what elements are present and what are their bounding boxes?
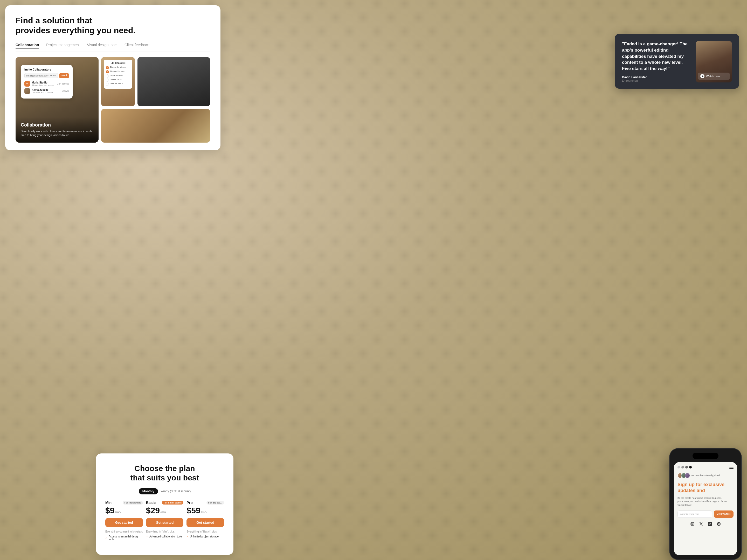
checklist-item-4: Choose colors, f... — [106, 78, 130, 82]
send-button[interactable]: Send — [59, 73, 69, 78]
testimonial-card: "Faded is a game-changer! The app's powe… — [615, 34, 739, 89]
check-empty-5 — [106, 83, 109, 86]
checklist-text-2: Measure the spa... — [110, 70, 125, 72]
checklist-item-3: Create sketches — [106, 74, 130, 78]
user-name-alena: Alena Justice — [32, 88, 53, 91]
checklist-text-5: Draw the final m... — [110, 82, 125, 85]
pricing-title: Choose the plan that suits you best — [105, 464, 224, 482]
email-placeholder: email@example.com — [26, 74, 48, 77]
twitter-icon[interactable] — [698, 522, 704, 527]
plan-divider-mini: Everything you need to kickstart: — [105, 530, 143, 533]
member-avatars — [677, 473, 688, 478]
checklist-image: I.D. Checklist Discuss the client... Mea… — [101, 57, 135, 106]
billing-monthly[interactable]: Monthly — [139, 488, 158, 495]
check-empty-3 — [106, 74, 109, 78]
mobile-input-row: name@email.com Join waitlist — [677, 510, 733, 518]
checklist-item-1: Discuss the client... — [106, 66, 130, 69]
plans-row: Mini For Individuals $9 /mo Get started … — [105, 501, 224, 542]
linkedin-icon[interactable] — [707, 522, 713, 527]
testimonial-quote: "Faded is a game-changer! The app's powe… — [622, 41, 691, 72]
watch-label: Watch now — [706, 75, 720, 78]
plan-badge-pro: For Big tea... — [206, 501, 224, 505]
secondary-images: I.D. Checklist Discuss the client... Mea… — [101, 57, 210, 142]
checklist-item-2: Measure the spa... — [106, 70, 130, 73]
ham-line-3 — [729, 468, 733, 469]
hamburger-icon[interactable] — [729, 465, 733, 469]
testimonial-image: Watch now — [696, 41, 732, 82]
user-morix: M Morix Studio All members can access Ca… — [24, 81, 69, 87]
mobile-body: Be the first to hear about product launc… — [677, 497, 733, 507]
checklist-card: I.D. Checklist Discuss the client... Mea… — [104, 60, 132, 89]
plan-feature-pro-1: ✓ Unlimited project storage — [186, 535, 224, 538]
tab-visual-design[interactable]: Visual design tools — [87, 43, 117, 49]
headline-highlight: d — [702, 488, 705, 493]
headline-line2: updates an — [677, 488, 702, 493]
plan-feature-basic-1: ✓ Advanced collaboration tools — [146, 535, 184, 538]
instagram-icon[interactable] — [690, 522, 695, 527]
member-avatar-3 — [685, 473, 690, 478]
tab-collaboration[interactable]: Collaboration — [16, 43, 39, 49]
dot-2 — [681, 466, 684, 469]
plan-price-basic: $29 /mo — [146, 506, 184, 515]
invite-input-row: email@example.com Can edit Send — [24, 73, 69, 78]
email-input[interactable]: name@email.com — [677, 510, 712, 518]
plan-cta-basic[interactable]: Get started — [146, 518, 184, 527]
checklist-text-1: Discuss the client... — [110, 66, 126, 68]
plan-cta-pro[interactable]: Get started — [186, 518, 224, 527]
plan-divider-basic: Everything in "Mini", plus: — [146, 530, 184, 533]
top-images-row: I.D. Checklist Discuss the client... Mea… — [101, 57, 210, 106]
checklist-title: I.D. Checklist — [106, 62, 130, 64]
watch-now-button[interactable]: Watch now — [698, 73, 730, 80]
plan-name-mini: Mini — [105, 501, 112, 505]
check-icon-2 — [106, 70, 109, 73]
user-avatar-morix: M — [24, 81, 30, 87]
pricing-title-line1: Choose the plan — [134, 464, 195, 473]
svg-rect-0 — [691, 523, 694, 526]
plan-mini: Mini For Individuals $9 /mo Get started … — [105, 501, 143, 542]
permission-badge: Can edit — [49, 74, 56, 77]
members-count: 2k+ members already joined — [691, 474, 720, 477]
join-waitlist-button[interactable]: Join waitlist — [714, 510, 733, 518]
mobile-content: 2k+ members already joined Sign up for e… — [674, 462, 737, 555]
play-icon — [700, 74, 704, 78]
check-icon: ✓ — [146, 535, 148, 538]
play-triangle — [702, 75, 704, 77]
checklist-text-4: Choose colors, f... — [110, 78, 125, 81]
dark-image — [137, 57, 210, 106]
user-sub-morix: All members can access — [32, 84, 54, 86]
access-alena: Viewer — [62, 90, 69, 92]
headline-line1: Sign up for exclusive — [677, 482, 724, 487]
plan-feature-mini-1: ✓ Access to essential design tools — [105, 535, 143, 541]
collab-description: Seamlessly work with clients and team me… — [21, 129, 93, 137]
collaboration-label: Collaboration Seamlessly work with clien… — [16, 117, 99, 142]
invite-collaborators-overlay: Invite Collaborators email@example.com C… — [21, 65, 73, 99]
top-left-card: Find a solution that provides everything… — [5, 5, 221, 150]
title-line1: Find a solution that — [16, 16, 92, 25]
mobile-nav — [677, 465, 733, 469]
dot-4 — [689, 466, 692, 469]
plan-price-pro: $59 /mo — [186, 506, 224, 515]
images-row: Invite Collaborators email@example.com C… — [16, 57, 210, 142]
testimonial-text: "Faded is a game-changer! The app's powe… — [622, 41, 691, 82]
mobile-card: 2k+ members already joined Sign up for e… — [669, 448, 742, 560]
plan-cta-mini[interactable]: Get started — [105, 518, 143, 527]
check-icon-1 — [106, 66, 109, 69]
testimonial-role: Entrepreneur — [622, 79, 691, 82]
user-alena: Alena Justice Can view and comment Viewe… — [24, 88, 69, 94]
svg-point-1 — [692, 523, 693, 525]
main-image: Invite Collaborators email@example.com C… — [16, 57, 99, 142]
dot-1 — [677, 466, 680, 469]
pinterest-icon[interactable] — [716, 522, 721, 527]
billing-yearly[interactable]: Yearly (30% discount) — [160, 489, 191, 493]
plan-badge-mini: For Individuals — [123, 501, 143, 505]
plan-pro: Pro For Big tea... $59 /mo Get started E… — [186, 501, 224, 542]
user-avatar-alena — [24, 88, 30, 94]
check-icon: ✓ — [105, 537, 107, 539]
access-morix: Can access — [57, 82, 69, 85]
tab-client-feedback[interactable]: Client feedback — [125, 43, 150, 49]
tab-project-management[interactable]: Project management — [46, 43, 80, 49]
plan-badge-basic: For Small teams — [162, 501, 184, 505]
mobile-notch — [693, 453, 719, 459]
email-input[interactable]: email@example.com Can edit — [24, 73, 58, 78]
social-icons — [677, 522, 733, 527]
